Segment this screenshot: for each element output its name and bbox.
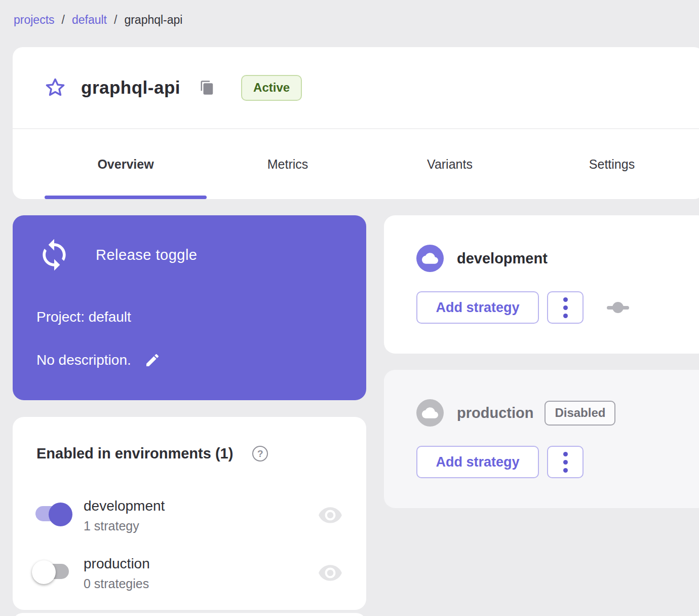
release-toggle-card: Release toggle Project: default No descr… [13, 215, 366, 400]
breadcrumb-separator: / [114, 13, 117, 27]
environment-header: production Disabled [416, 399, 615, 427]
environment-toggle-row-production: production 0 strategies [13, 550, 366, 596]
breadcrumb-link-projects[interactable]: projects [14, 13, 55, 27]
environment-name: production [457, 405, 533, 421]
breadcrumb-link-default[interactable]: default [72, 13, 107, 27]
active-tab-indicator [45, 196, 207, 199]
copy-icon[interactable] [200, 80, 215, 95]
enabled-environments-title: Enabled in environments (1) [36, 445, 233, 462]
tab-settings-label: Settings [589, 157, 635, 172]
kebab-dot [563, 305, 568, 310]
enabled-environments-card: Enabled in environments (1) development … [13, 417, 366, 610]
breadcrumb: projects / default / graphql-api [14, 13, 182, 27]
environment-actions: Add strategy [416, 446, 584, 478]
cloud-icon [422, 250, 438, 266]
environment-actions: Add strategy [416, 291, 629, 324]
tab-bar: Overview Metrics Variants Settings [13, 128, 699, 199]
toggle-thumb [49, 503, 72, 526]
tab-metrics[interactable]: Metrics [207, 129, 369, 199]
environment-avatar [416, 399, 444, 427]
status-badge: Active [241, 75, 302, 101]
enabled-environments-header: Enabled in environments (1) [36, 445, 268, 462]
environment-toggle-development[interactable] [35, 505, 72, 522]
kebab-dot [563, 297, 568, 302]
kebab-dot [563, 452, 568, 456]
environment-toggle-row-development: development 1 strategy [13, 492, 366, 538]
strategy-slider-icon [607, 301, 629, 314]
next-card-sliver [13, 613, 366, 616]
kebab-dot [563, 314, 568, 318]
tab-metrics-label: Metrics [267, 157, 308, 172]
breadcrumb-separator: / [62, 13, 65, 27]
more-options-button[interactable] [547, 291, 584, 324]
favorite-star-icon[interactable] [45, 77, 66, 98]
help-icon[interactable] [252, 446, 268, 461]
tab-overview[interactable]: Overview [45, 129, 207, 199]
tab-settings[interactable]: Settings [531, 129, 693, 199]
add-strategy-button[interactable]: Add strategy [416, 446, 539, 478]
toggle-thumb [32, 560, 56, 584]
tab-overview-label: Overview [97, 157, 153, 172]
tab-variants-label: Variants [427, 157, 473, 172]
breadcrumb-current: graphql-api [124, 13, 182, 27]
environment-avatar [416, 245, 444, 272]
cloud-icon [422, 405, 438, 421]
environment-row-name: production [84, 556, 150, 572]
release-toggle-header: Release toggle [37, 238, 197, 272]
row-labels: production 0 strategies [84, 556, 150, 591]
environment-header: development [416, 245, 548, 272]
visibility-eye-icon[interactable] [318, 507, 343, 525]
environment-card-development: development Add strategy [384, 215, 699, 354]
environment-row-name: development [84, 498, 165, 514]
row-labels: development 1 strategy [84, 498, 165, 533]
release-cycle-icon [37, 238, 71, 272]
disabled-badge: Disabled [545, 401, 615, 426]
description-row: No description. [36, 352, 161, 368]
environment-name: development [457, 250, 548, 267]
description-text: No description. [36, 352, 131, 368]
more-options-button[interactable] [547, 446, 584, 478]
strategy-count: 0 strategies [84, 576, 150, 591]
edit-description-icon[interactable] [144, 352, 161, 368]
feature-header-card: graphql-api Active Overview Metrics Vari… [13, 47, 699, 199]
page-title: graphql-api [81, 78, 180, 98]
tab-variants[interactable]: Variants [369, 129, 531, 199]
environment-card-production: production Disabled Add strategy [384, 370, 699, 508]
strategy-count: 1 strategy [84, 519, 165, 533]
toggle-type-label: Release toggle [96, 247, 197, 263]
feature-header-row: graphql-api Active [13, 47, 699, 128]
kebab-dot [563, 468, 568, 473]
kebab-dot [563, 460, 568, 465]
visibility-eye-icon[interactable] [318, 565, 343, 583]
environment-toggle-production[interactable] [35, 563, 72, 580]
project-label: Project: default [36, 309, 131, 325]
add-strategy-button[interactable]: Add strategy [416, 291, 539, 324]
